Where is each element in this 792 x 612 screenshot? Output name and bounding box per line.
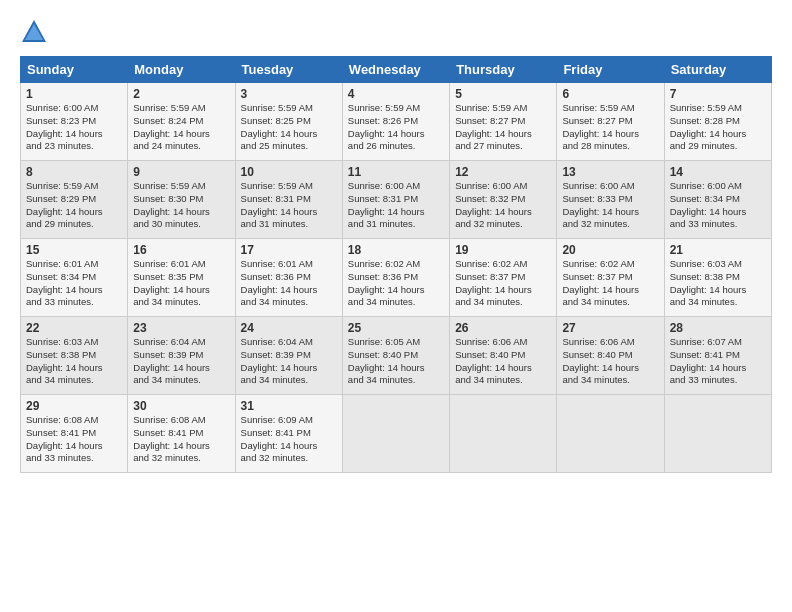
- weekday-header-thursday: Thursday: [450, 57, 557, 83]
- day-number: 18: [348, 243, 444, 257]
- day-number: 16: [133, 243, 229, 257]
- day-cell: 3Sunrise: 5:59 AMSunset: 8:25 PMDaylight…: [235, 83, 342, 161]
- day-number: 29: [26, 399, 122, 413]
- day-cell: 16Sunrise: 6:01 AMSunset: 8:35 PMDayligh…: [128, 239, 235, 317]
- day-cell: 21Sunrise: 6:03 AMSunset: 8:38 PMDayligh…: [664, 239, 771, 317]
- day-number: 21: [670, 243, 766, 257]
- day-cell: 31Sunrise: 6:09 AMSunset: 8:41 PMDayligh…: [235, 395, 342, 473]
- weekday-header-friday: Friday: [557, 57, 664, 83]
- day-cell: [450, 395, 557, 473]
- week-row-3: 15Sunrise: 6:01 AMSunset: 8:34 PMDayligh…: [21, 239, 772, 317]
- weekday-header-monday: Monday: [128, 57, 235, 83]
- day-number: 11: [348, 165, 444, 179]
- day-info: Sunrise: 5:59 AMSunset: 8:27 PMDaylight:…: [562, 102, 639, 151]
- day-info: Sunrise: 5:59 AMSunset: 8:29 PMDaylight:…: [26, 180, 103, 229]
- day-number: 4: [348, 87, 444, 101]
- day-info: Sunrise: 6:00 AMSunset: 8:32 PMDaylight:…: [455, 180, 532, 229]
- day-info: Sunrise: 6:00 AMSunset: 8:31 PMDaylight:…: [348, 180, 425, 229]
- day-number: 20: [562, 243, 658, 257]
- day-cell: 9Sunrise: 5:59 AMSunset: 8:30 PMDaylight…: [128, 161, 235, 239]
- day-info: Sunrise: 6:07 AMSunset: 8:41 PMDaylight:…: [670, 336, 747, 385]
- day-info: Sunrise: 5:59 AMSunset: 8:27 PMDaylight:…: [455, 102, 532, 151]
- day-cell: 8Sunrise: 5:59 AMSunset: 8:29 PMDaylight…: [21, 161, 128, 239]
- day-info: Sunrise: 6:00 AMSunset: 8:23 PMDaylight:…: [26, 102, 103, 151]
- day-number: 3: [241, 87, 337, 101]
- day-info: Sunrise: 6:00 AMSunset: 8:33 PMDaylight:…: [562, 180, 639, 229]
- weekday-header-sunday: Sunday: [21, 57, 128, 83]
- day-info: Sunrise: 6:00 AMSunset: 8:34 PMDaylight:…: [670, 180, 747, 229]
- day-info: Sunrise: 6:08 AMSunset: 8:41 PMDaylight:…: [26, 414, 103, 463]
- day-info: Sunrise: 6:04 AMSunset: 8:39 PMDaylight:…: [241, 336, 318, 385]
- day-cell: 1Sunrise: 6:00 AMSunset: 8:23 PMDaylight…: [21, 83, 128, 161]
- day-cell: 20Sunrise: 6:02 AMSunset: 8:37 PMDayligh…: [557, 239, 664, 317]
- day-info: Sunrise: 6:01 AMSunset: 8:34 PMDaylight:…: [26, 258, 103, 307]
- day-cell: 7Sunrise: 5:59 AMSunset: 8:28 PMDaylight…: [664, 83, 771, 161]
- day-cell: [342, 395, 449, 473]
- day-number: 7: [670, 87, 766, 101]
- day-info: Sunrise: 6:01 AMSunset: 8:36 PMDaylight:…: [241, 258, 318, 307]
- weekday-header-row: SundayMondayTuesdayWednesdayThursdayFrid…: [21, 57, 772, 83]
- day-number: 9: [133, 165, 229, 179]
- day-number: 26: [455, 321, 551, 335]
- day-number: 27: [562, 321, 658, 335]
- day-cell: 18Sunrise: 6:02 AMSunset: 8:36 PMDayligh…: [342, 239, 449, 317]
- day-number: 6: [562, 87, 658, 101]
- day-number: 28: [670, 321, 766, 335]
- logo: [20, 18, 52, 46]
- logo-icon: [20, 18, 48, 46]
- day-info: Sunrise: 5:59 AMSunset: 8:28 PMDaylight:…: [670, 102, 747, 151]
- day-cell: 22Sunrise: 6:03 AMSunset: 8:38 PMDayligh…: [21, 317, 128, 395]
- day-cell: 26Sunrise: 6:06 AMSunset: 8:40 PMDayligh…: [450, 317, 557, 395]
- calendar-table: SundayMondayTuesdayWednesdayThursdayFrid…: [20, 56, 772, 473]
- day-cell: 27Sunrise: 6:06 AMSunset: 8:40 PMDayligh…: [557, 317, 664, 395]
- weekday-header-tuesday: Tuesday: [235, 57, 342, 83]
- day-cell: 11Sunrise: 6:00 AMSunset: 8:31 PMDayligh…: [342, 161, 449, 239]
- day-cell: 24Sunrise: 6:04 AMSunset: 8:39 PMDayligh…: [235, 317, 342, 395]
- day-cell: 12Sunrise: 6:00 AMSunset: 8:32 PMDayligh…: [450, 161, 557, 239]
- day-cell: 5Sunrise: 5:59 AMSunset: 8:27 PMDaylight…: [450, 83, 557, 161]
- day-cell: 4Sunrise: 5:59 AMSunset: 8:26 PMDaylight…: [342, 83, 449, 161]
- day-cell: 13Sunrise: 6:00 AMSunset: 8:33 PMDayligh…: [557, 161, 664, 239]
- week-row-4: 22Sunrise: 6:03 AMSunset: 8:38 PMDayligh…: [21, 317, 772, 395]
- day-cell: 10Sunrise: 5:59 AMSunset: 8:31 PMDayligh…: [235, 161, 342, 239]
- day-info: Sunrise: 6:03 AMSunset: 8:38 PMDaylight:…: [26, 336, 103, 385]
- week-row-1: 1Sunrise: 6:00 AMSunset: 8:23 PMDaylight…: [21, 83, 772, 161]
- day-cell: [664, 395, 771, 473]
- week-row-5: 29Sunrise: 6:08 AMSunset: 8:41 PMDayligh…: [21, 395, 772, 473]
- day-info: Sunrise: 5:59 AMSunset: 8:25 PMDaylight:…: [241, 102, 318, 151]
- day-number: 13: [562, 165, 658, 179]
- day-info: Sunrise: 6:01 AMSunset: 8:35 PMDaylight:…: [133, 258, 210, 307]
- week-row-2: 8Sunrise: 5:59 AMSunset: 8:29 PMDaylight…: [21, 161, 772, 239]
- day-info: Sunrise: 6:02 AMSunset: 8:36 PMDaylight:…: [348, 258, 425, 307]
- day-cell: 30Sunrise: 6:08 AMSunset: 8:41 PMDayligh…: [128, 395, 235, 473]
- day-info: Sunrise: 5:59 AMSunset: 8:24 PMDaylight:…: [133, 102, 210, 151]
- page-header: [20, 18, 772, 46]
- day-number: 14: [670, 165, 766, 179]
- day-number: 24: [241, 321, 337, 335]
- day-info: Sunrise: 6:09 AMSunset: 8:41 PMDaylight:…: [241, 414, 318, 463]
- day-number: 15: [26, 243, 122, 257]
- day-number: 17: [241, 243, 337, 257]
- day-number: 2: [133, 87, 229, 101]
- day-number: 31: [241, 399, 337, 413]
- day-cell: [557, 395, 664, 473]
- day-info: Sunrise: 5:59 AMSunset: 8:26 PMDaylight:…: [348, 102, 425, 151]
- day-number: 22: [26, 321, 122, 335]
- day-number: 5: [455, 87, 551, 101]
- day-number: 1: [26, 87, 122, 101]
- day-info: Sunrise: 6:04 AMSunset: 8:39 PMDaylight:…: [133, 336, 210, 385]
- day-number: 10: [241, 165, 337, 179]
- day-cell: 23Sunrise: 6:04 AMSunset: 8:39 PMDayligh…: [128, 317, 235, 395]
- day-number: 8: [26, 165, 122, 179]
- day-info: Sunrise: 6:06 AMSunset: 8:40 PMDaylight:…: [455, 336, 532, 385]
- day-number: 25: [348, 321, 444, 335]
- day-cell: 25Sunrise: 6:05 AMSunset: 8:40 PMDayligh…: [342, 317, 449, 395]
- day-cell: 29Sunrise: 6:08 AMSunset: 8:41 PMDayligh…: [21, 395, 128, 473]
- day-info: Sunrise: 6:05 AMSunset: 8:40 PMDaylight:…: [348, 336, 425, 385]
- day-number: 30: [133, 399, 229, 413]
- day-info: Sunrise: 6:02 AMSunset: 8:37 PMDaylight:…: [455, 258, 532, 307]
- day-cell: 17Sunrise: 6:01 AMSunset: 8:36 PMDayligh…: [235, 239, 342, 317]
- day-cell: 6Sunrise: 5:59 AMSunset: 8:27 PMDaylight…: [557, 83, 664, 161]
- day-info: Sunrise: 5:59 AMSunset: 8:30 PMDaylight:…: [133, 180, 210, 229]
- day-cell: 15Sunrise: 6:01 AMSunset: 8:34 PMDayligh…: [21, 239, 128, 317]
